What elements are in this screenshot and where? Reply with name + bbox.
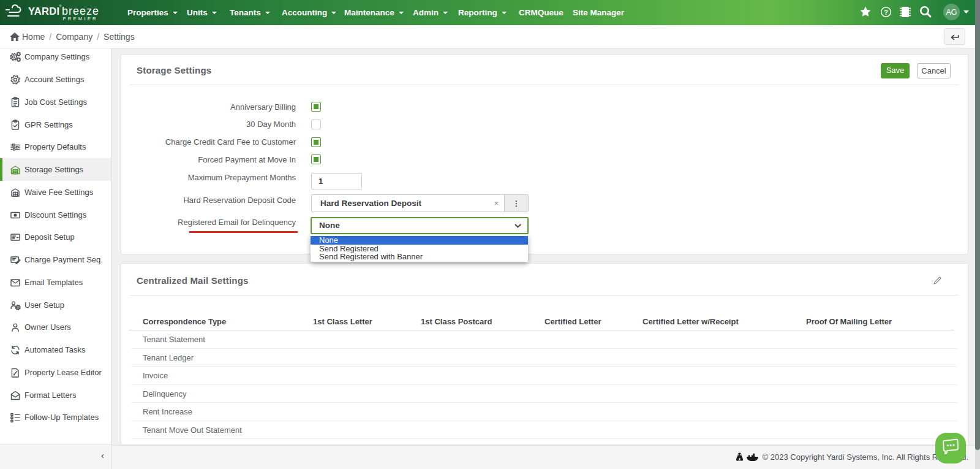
svg-text:AG: AG	[946, 8, 957, 17]
svg-text:®: ®	[59, 4, 62, 8]
svg-text:?: ?	[884, 9, 888, 16]
svg-text:breeze: breeze	[62, 5, 99, 17]
svg-text:YARDI: YARDI	[28, 6, 59, 17]
svg-text:PREMIER: PREMIER	[63, 16, 98, 21]
